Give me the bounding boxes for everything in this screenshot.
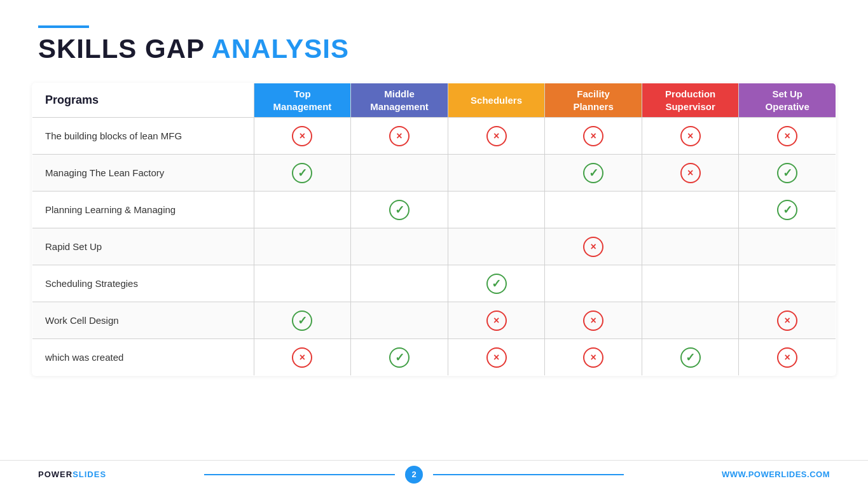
col-header-schedulers: Schedulers (448, 83, 545, 118)
table-row: Scheduling Strategies✓ (32, 265, 836, 302)
x-icon: × (292, 347, 312, 368)
data-cell: ✓ (642, 339, 739, 376)
data-cell (351, 228, 448, 265)
data-cell (448, 228, 545, 265)
data-cell: × (254, 339, 351, 376)
x-icon: × (292, 126, 312, 146)
x-icon: × (583, 310, 603, 331)
data-cell: × (739, 302, 836, 339)
col-header-top-mgmt: TopManagement (254, 83, 351, 118)
data-cell (254, 192, 351, 228)
data-cell: × (448, 339, 545, 376)
title-dark: SKILLS GAP (38, 34, 204, 64)
data-cell (545, 265, 642, 302)
data-cell: ✓ (254, 302, 351, 339)
program-name-cell: Scheduling Strategies (32, 265, 254, 302)
data-cell (642, 302, 739, 339)
footer-brand: POWERSLIDES (38, 470, 106, 479)
table-row: Work Cell Design✓××× (32, 302, 836, 339)
data-cell (545, 192, 642, 228)
data-cell: ✓ (351, 339, 448, 376)
footer: POWERSLIDES 2 WWW.POWERLIDES.COM (0, 460, 868, 488)
program-name-cell: The building blocks of lean MFG (32, 118, 254, 155)
brand-power: POWER (38, 470, 72, 479)
check-icon: ✓ (389, 347, 410, 368)
program-name-cell: which was created (32, 339, 254, 376)
table-row: Planning Learning & Managing✓✓ (32, 192, 836, 228)
col-header-middle-mgmt: MiddleManagement (351, 83, 448, 118)
data-cell: ✓ (739, 155, 836, 192)
footer-center: 2 (204, 466, 624, 484)
page-badge: 2 (405, 466, 423, 484)
program-name-cell: Managing The Lean Factory (32, 155, 254, 192)
check-icon: ✓ (680, 347, 701, 368)
data-cell (642, 265, 739, 302)
table-row: Rapid Set Up× (32, 228, 836, 265)
check-icon: ✓ (777, 163, 797, 183)
check-icon: ✓ (292, 163, 312, 183)
programs-header: Programs (32, 83, 254, 118)
x-icon: × (583, 237, 603, 257)
title-blue: ANALYSIS (211, 34, 349, 64)
x-icon: × (486, 310, 507, 331)
data-cell: ✓ (448, 265, 545, 302)
table-section: Programs TopManagement MiddleManagement … (0, 76, 868, 460)
x-icon: × (680, 163, 701, 183)
skills-table: Programs TopManagement MiddleManagement … (32, 83, 836, 376)
brand-slides: SLIDES (72, 470, 106, 479)
check-icon: ✓ (583, 163, 603, 183)
x-icon: × (777, 126, 797, 146)
x-icon: × (680, 126, 701, 146)
x-icon: × (486, 347, 507, 368)
data-cell (254, 228, 351, 265)
program-name-cell: Planning Learning & Managing (32, 192, 254, 228)
col-header-facility: FacilityPlanners (545, 83, 642, 118)
data-cell (351, 265, 448, 302)
program-name-cell: Work Cell Design (32, 302, 254, 339)
check-icon: ✓ (777, 200, 797, 220)
data-cell (642, 192, 739, 228)
col-header-production: ProductionSupervisor (642, 83, 739, 118)
footer-line-right (433, 474, 624, 475)
data-cell (642, 228, 739, 265)
check-icon: ✓ (389, 200, 410, 220)
data-cell: ✓ (254, 155, 351, 192)
data-cell (351, 302, 448, 339)
page-title: SKILLS GAP ANALYSIS (38, 34, 830, 64)
data-cell: × (642, 118, 739, 155)
x-icon: × (777, 310, 797, 331)
x-icon: × (583, 126, 603, 146)
data-cell: × (448, 302, 545, 339)
x-icon: × (486, 126, 507, 146)
data-cell (351, 155, 448, 192)
data-cell: ✓ (739, 192, 836, 228)
table-row: which was created×✓××✓× (32, 339, 836, 376)
page-container: SKILLS GAP ANALYSIS Programs TopManageme… (0, 0, 868, 488)
data-cell: × (545, 302, 642, 339)
x-icon: × (389, 126, 410, 146)
data-cell (448, 192, 545, 228)
title-accent-line (38, 25, 89, 28)
check-icon: ✓ (292, 310, 312, 331)
data-cell: × (448, 118, 545, 155)
data-cell: × (545, 228, 642, 265)
check-icon: ✓ (486, 274, 507, 294)
data-cell: × (642, 155, 739, 192)
program-name-cell: Rapid Set Up (32, 228, 254, 265)
table-row: Managing The Lean Factory✓✓×✓ (32, 155, 836, 192)
table-header-row: Programs TopManagement MiddleManagement … (32, 83, 836, 118)
footer-website: WWW.POWERLIDES.COM (722, 470, 830, 479)
data-cell: × (254, 118, 351, 155)
col-header-setup: Set UpOperative (739, 83, 836, 118)
table-row: The building blocks of lean MFG×××××× (32, 118, 836, 155)
data-cell (448, 155, 545, 192)
data-cell: × (351, 118, 448, 155)
x-icon: × (777, 347, 797, 368)
header-section: SKILLS GAP ANALYSIS (0, 0, 868, 76)
footer-line-left (204, 474, 395, 475)
data-cell (739, 265, 836, 302)
data-cell (254, 265, 351, 302)
data-cell (739, 228, 836, 265)
data-cell: ✓ (351, 192, 448, 228)
data-cell: × (739, 339, 836, 376)
